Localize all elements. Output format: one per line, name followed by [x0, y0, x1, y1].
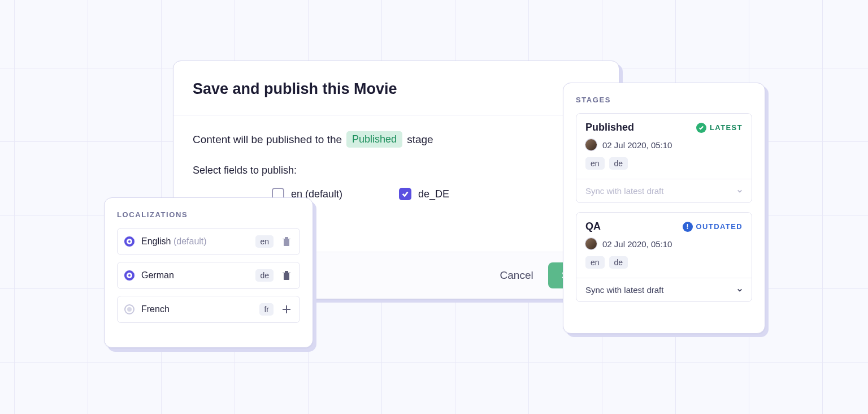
checkbox-label: de_DE: [418, 188, 449, 200]
sync-label: Sync with latest draft: [585, 285, 663, 295]
avatar: [585, 139, 597, 150]
radio-icon: [124, 236, 134, 247]
checkbox-de-de[interactable]: de_DE: [399, 188, 449, 200]
stage-card-header: QA ! OUTDATED: [576, 213, 752, 236]
localization-name: English (default): [141, 236, 249, 247]
stage-card-qa: QA ! OUTDATED 02 Jul 2020, 05:10 en de S…: [576, 212, 752, 302]
locale-pill: en: [585, 157, 605, 170]
check-circle-icon: [696, 123, 706, 133]
check-icon: [401, 190, 409, 198]
locale-code-badge: en: [255, 235, 274, 248]
stage-meta: 02 Jul 2020, 05:10: [576, 236, 752, 249]
checkbox-box-checked: [399, 188, 411, 200]
stage-name: Published: [585, 122, 634, 133]
radio-icon: [124, 270, 134, 281]
plus-icon: [281, 304, 292, 314]
trash-icon: [282, 236, 291, 247]
trash-icon: [282, 270, 291, 281]
publish-target-suffix: stage: [407, 133, 433, 146]
sync-dropdown[interactable]: Sync with latest draft: [576, 278, 752, 301]
stage-timestamp: 02 Jul 2020, 05:10: [602, 140, 672, 150]
add-locale-button[interactable]: [280, 304, 293, 314]
chevron-down-icon: [737, 287, 743, 293]
select-fields-label: Select fields to publish:: [193, 165, 600, 176]
publish-target-prefix: Content will be published to the: [193, 133, 342, 146]
sync-dropdown[interactable]: Sync with latest draft: [576, 179, 752, 202]
cancel-button[interactable]: Cancel: [500, 269, 533, 282]
alert-circle-icon: !: [683, 222, 693, 232]
localization-item-french[interactable]: French fr: [117, 296, 300, 323]
locale-pill: de: [609, 256, 628, 269]
localization-item-german[interactable]: German de: [117, 262, 300, 289]
avatar: [585, 238, 597, 249]
locale-pill: de: [609, 157, 628, 170]
localizations-panel: LOCALIZATIONS English (default) en Germa…: [104, 197, 313, 348]
publish-modal-header: Save and publish this Movie: [173, 61, 619, 115]
localizations-caption: LOCALIZATIONS: [117, 210, 300, 219]
locale-pill: en: [585, 256, 605, 269]
localization-name: German: [141, 270, 249, 281]
delete-locale-button[interactable]: [280, 270, 293, 281]
published-stage-badge: Published: [346, 131, 402, 148]
radio-icon: [124, 304, 134, 314]
stages-caption: STAGES: [576, 96, 752, 104]
stage-locales: en de: [576, 150, 752, 179]
stage-card-header: Published LATEST: [576, 114, 752, 137]
sync-label: Sync with latest draft: [585, 186, 663, 196]
stage-status-latest: LATEST: [696, 123, 743, 133]
stage-timestamp: 02 Jul 2020, 05:10: [602, 239, 672, 249]
stage-status-label: OUTDATED: [696, 222, 743, 231]
stages-panel: STAGES Published LATEST 02 Jul 2020, 05:…: [563, 83, 765, 334]
stage-card-published: Published LATEST 02 Jul 2020, 05:10 en d…: [576, 113, 752, 203]
publish-target-line: Content will be published to the Publish…: [193, 131, 600, 148]
localization-item-english[interactable]: English (default) en: [117, 228, 300, 255]
locale-code-badge: fr: [259, 303, 274, 316]
stage-status-label: LATEST: [710, 123, 743, 132]
delete-locale-button[interactable]: [280, 236, 293, 247]
publish-modal-title: Save and publish this Movie: [193, 80, 600, 98]
stage-locales: en de: [576, 249, 752, 278]
stage-status-outdated: ! OUTDATED: [683, 222, 743, 232]
stage-meta: 02 Jul 2020, 05:10: [576, 137, 752, 150]
locale-code-badge: de: [255, 269, 274, 282]
localization-name: French: [141, 304, 253, 314]
chevron-down-icon: [737, 188, 743, 194]
stage-name: QA: [585, 221, 601, 232]
localizations-list: English (default) en German de French: [117, 228, 300, 323]
